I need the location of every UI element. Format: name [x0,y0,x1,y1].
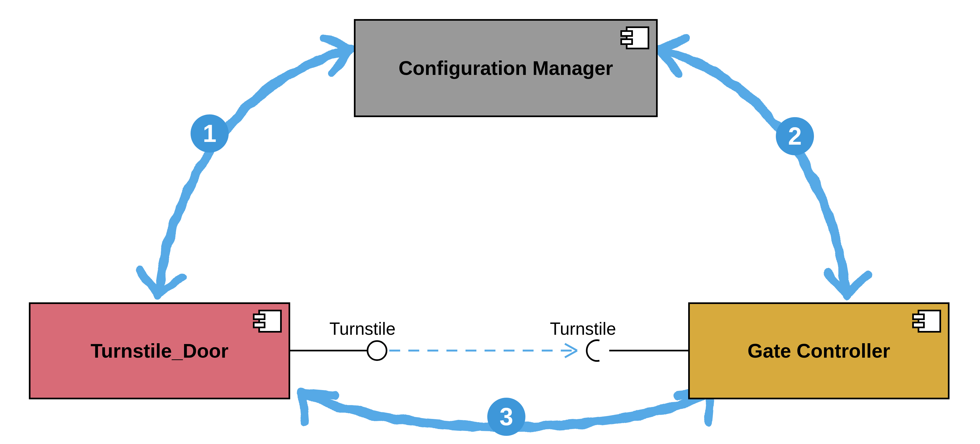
badge-number: 3 [500,403,513,431]
required-interface-line [587,340,688,361]
connector-badge-3: 3 [487,398,525,436]
connector-arc-1 [139,38,351,294]
badge-number: 2 [788,122,802,150]
component-gate-controller: Gate Controller [688,302,950,399]
svg-rect-6 [621,39,632,44]
connector-arc-2 [659,38,869,294]
component-label: Turnstile_Door [91,340,229,362]
component-icon [620,26,650,50]
component-icon [253,309,283,334]
component-label: Gate Controller [748,340,890,362]
component-label: Configuration Manager [399,57,613,79]
badge-number: 1 [203,120,216,148]
connector-badge-2: 2 [776,117,814,155]
diagram-canvas: Configuration Manager Turnstile_Door Gat… [0,0,980,444]
svg-rect-9 [254,323,265,327]
svg-rect-11 [913,314,924,319]
required-interface-label: Turnstile [550,319,616,339]
component-icon [912,309,942,334]
provided-interface-line [290,341,387,360]
component-configuration-manager: Configuration Manager [354,19,658,117]
connector-badge-1: 1 [191,114,229,153]
component-turnstile-door: Turnstile_Door [29,302,290,399]
svg-rect-8 [254,314,265,319]
svg-rect-12 [913,323,924,327]
svg-point-1 [368,341,387,360]
provided-interface-label: Turnstile [329,319,396,339]
svg-rect-5 [621,31,632,36]
interface-dependency-arrow [389,344,577,358]
